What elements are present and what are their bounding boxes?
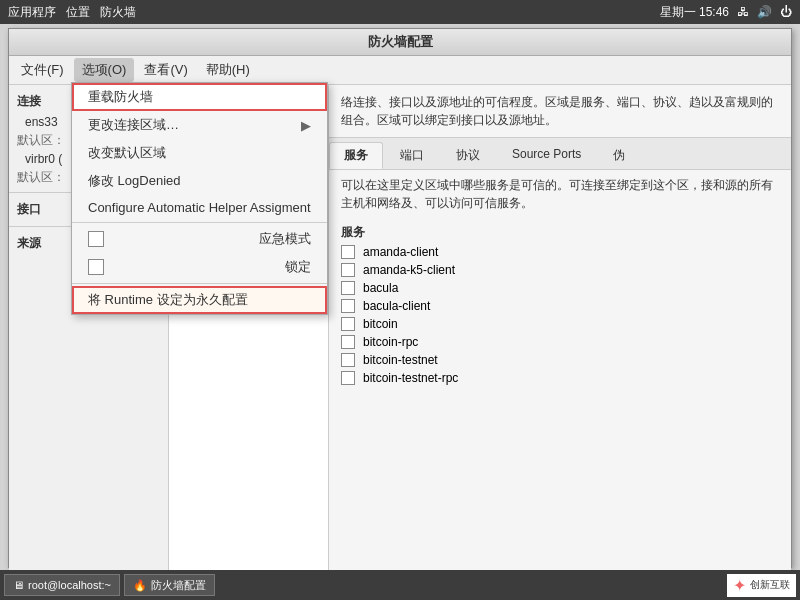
dropdown-change-zone[interactable]: 更改连接区域… ▶ <box>72 111 327 139</box>
dropdown-reload[interactable]: 重载防火墙 <box>72 83 327 111</box>
power-icon: ⏻ <box>780 5 792 19</box>
network-icon: 🖧 <box>737 5 749 19</box>
service-bitcoin: bitcoin <box>341 315 779 333</box>
service-checkbox-bitcoin-rpc[interactable] <box>341 335 355 349</box>
tabs-bar: 服务 端口 协议 Source Ports 伪 <box>329 138 791 170</box>
brand-icon: ✦ <box>733 576 746 595</box>
service-checkbox-bacula-client[interactable] <box>341 299 355 313</box>
panic-checkbox[interactable] <box>88 231 104 247</box>
firewall-menu[interactable]: 防火墙 <box>100 4 136 21</box>
service-checkbox-bitcoin[interactable] <box>341 317 355 331</box>
dropdown-separator-2 <box>72 283 327 284</box>
service-amanda-client: amanda-client <box>341 243 779 261</box>
firewall-taskbar-label: 防火墙配置 <box>151 578 206 593</box>
dropdown-configure-helper[interactable]: Configure Automatic Helper Assigment <box>72 195 327 220</box>
menu-help[interactable]: 帮助(H) <box>198 58 258 82</box>
position-menu[interactable]: 位置 <box>66 4 90 21</box>
volume-icon: 🔊 <box>757 5 772 19</box>
service-checkbox-amanda-client[interactable] <box>341 245 355 259</box>
submenu-arrow: ▶ <box>301 118 311 133</box>
service-checkbox-amanda-k5-client[interactable] <box>341 263 355 277</box>
tab-masquerade[interactable]: 伪 <box>598 142 640 169</box>
apps-menu[interactable]: 应用程序 <box>8 4 56 21</box>
dropdown-modify-logdenied[interactable]: 修改 LogDenied <box>72 167 327 195</box>
menubar: 文件(F) 选项(O) 查看(V) 帮助(H) 重载防火墙 更改连接区域… ▶ … <box>9 56 791 85</box>
dropdown-lockdown[interactable]: 锁定 <box>72 253 327 281</box>
window-titlebar: 防火墙配置 <box>9 29 791 56</box>
service-bitcoin-testnet-rpc: bitcoin-testnet-rpc <box>341 369 779 387</box>
dropdown-runtime-permanent[interactable]: 将 Runtime 设定为永久配置 <box>72 286 327 314</box>
brand-logo: ✦ 创新互联 <box>727 574 796 597</box>
service-bacula-client: bacula-client <box>341 297 779 315</box>
menu-view[interactable]: 查看(V) <box>136 58 195 82</box>
options-dropdown: 重载防火墙 更改连接区域… ▶ 改变默认区域 修改 LogDenied Conf… <box>71 82 328 315</box>
services-description: 可以在这里定义区域中哪些服务是可信的。可连接至绑定到这个区，接和源的所有主机和网… <box>329 170 791 218</box>
window-title: 防火墙配置 <box>368 34 433 49</box>
right-panel-description: 络连接、接口以及源地址的可信程度。区域是服务、端口、协议、趋以及富规则的组合。区… <box>329 85 791 138</box>
system-bar-left: 应用程序 位置 防火墙 <box>8 4 136 21</box>
service-checkbox-bitcoin-testnet[interactable] <box>341 353 355 367</box>
tab-source-ports[interactable]: Source Ports <box>497 142 596 169</box>
dropdown-panic-mode[interactable]: 应急模式 <box>72 225 327 253</box>
terminal-label: root@localhost:~ <box>28 579 111 591</box>
service-checkbox-bitcoin-testnet-rpc[interactable] <box>341 371 355 385</box>
main-window: 防火墙配置 文件(F) 选项(O) 查看(V) 帮助(H) 重载防火墙 更改连接… <box>8 28 792 568</box>
tab-services[interactable]: 服务 <box>329 142 383 169</box>
dropdown-change-default[interactable]: 改变默认区域 <box>72 139 327 167</box>
tab-ports[interactable]: 端口 <box>385 142 439 169</box>
tab-protocols[interactable]: 协议 <box>441 142 495 169</box>
lockdown-checkbox[interactable] <box>88 259 104 275</box>
menu-file[interactable]: 文件(F) <box>13 58 72 82</box>
service-bacula: bacula <box>341 279 779 297</box>
system-bar-right: 星期一 15:46 🖧 🔊 ⏻ <box>660 4 792 21</box>
service-bitcoin-testnet: bitcoin-testnet <box>341 351 779 369</box>
taskbar-firewall[interactable]: 🔥 防火墙配置 <box>124 574 215 596</box>
service-amanda-k5-client: amanda-k5-client <box>341 261 779 279</box>
taskbar-terminal[interactable]: 🖥 root@localhost:~ <box>4 574 120 596</box>
terminal-icon: 🖥 <box>13 579 24 591</box>
right-panel: 络连接、接口以及源地址的可信程度。区域是服务、端口、协议、趋以及富规则的组合。区… <box>329 85 791 575</box>
brand-name: 创新互联 <box>750 578 790 592</box>
services-table: 服务 amanda-client amanda-k5-client bacula <box>329 218 791 391</box>
services-column-header: 服务 <box>341 222 779 243</box>
datetime: 星期一 15:46 <box>660 4 729 21</box>
service-bitcoin-rpc: bitcoin-rpc <box>341 333 779 351</box>
firewall-taskbar-icon: 🔥 <box>133 579 147 592</box>
taskbar: 🖥 root@localhost:~ 🔥 防火墙配置 ✦ 创新互联 <box>0 570 800 600</box>
menu-options[interactable]: 选项(O) <box>74 58 135 82</box>
service-checkbox-bacula[interactable] <box>341 281 355 295</box>
dropdown-separator-1 <box>72 222 327 223</box>
system-bar: 应用程序 位置 防火墙 星期一 15:46 🖧 🔊 ⏻ <box>0 0 800 24</box>
